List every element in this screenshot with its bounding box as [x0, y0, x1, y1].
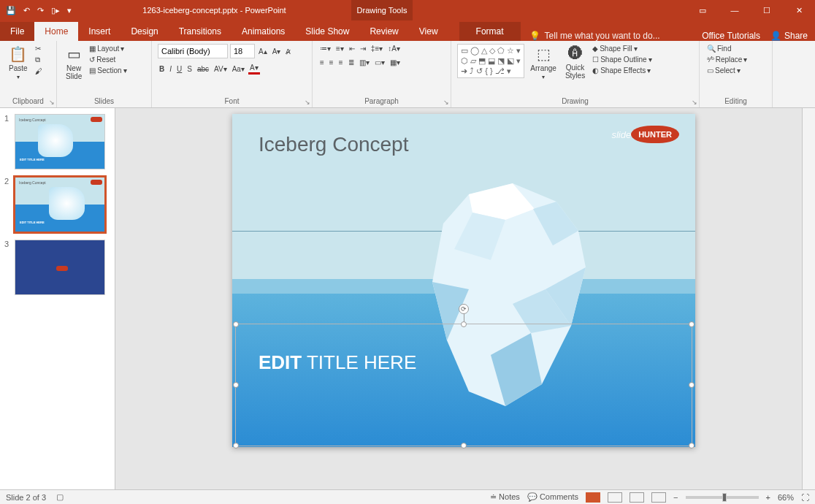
- tab-home[interactable]: Home: [34, 22, 78, 41]
- select-button[interactable]: ▭ Select ▾: [705, 66, 742, 75]
- minimize-icon[interactable]: —: [719, 0, 751, 20]
- qat-more-icon[interactable]: ▾: [67, 6, 72, 15]
- font-dialog-launcher[interactable]: ↘: [305, 99, 310, 106]
- quick-styles-button[interactable]: 🅐Quick Styles: [562, 44, 588, 81]
- numbering-button[interactable]: ≡▾: [334, 44, 345, 53]
- align-left-button[interactable]: ≡: [318, 58, 326, 67]
- reset-button[interactable]: ↺ Reset: [88, 55, 128, 64]
- drawing-dialog-launcher[interactable]: ↘: [692, 99, 697, 106]
- clipboard-dialog-launcher[interactable]: ↘: [49, 99, 55, 106]
- underline-button[interactable]: U: [175, 64, 183, 74]
- shape-outline-button[interactable]: ☐ Shape Outline ▾: [591, 55, 653, 64]
- resize-handle-se[interactable]: [689, 443, 695, 448]
- paste-button[interactable]: 📋 Paste ▾: [6, 44, 31, 82]
- shape-fill-button[interactable]: ◆ Shape Fill ▾: [591, 44, 653, 53]
- copy-button[interactable]: ⧉: [34, 55, 44, 65]
- resize-handle-n[interactable]: [461, 321, 467, 327]
- tab-animations[interactable]: Animations: [232, 22, 295, 41]
- resize-handle-ne[interactable]: [689, 321, 695, 327]
- resize-handle-e[interactable]: [689, 382, 695, 388]
- tab-file[interactable]: File: [0, 22, 34, 41]
- clear-format-button[interactable]: A̷: [284, 47, 292, 56]
- office-tutorials-link[interactable]: Office Tutorials: [702, 31, 760, 41]
- vertical-scrollbar[interactable]: [802, 108, 815, 489]
- tab-review[interactable]: Review: [359, 22, 408, 41]
- edit-title-placeholder[interactable]: EDIT TITLE HERE: [259, 351, 416, 374]
- align-center-button[interactable]: ≡: [328, 58, 335, 67]
- grow-font-button[interactable]: A▴: [257, 47, 269, 56]
- shadow-button[interactable]: S: [185, 64, 194, 74]
- new-slide-button[interactable]: ▭ New Slide: [63, 44, 85, 82]
- cut-button[interactable]: ✂: [34, 44, 44, 53]
- slide-thumbnails-panel[interactable]: 1 Iceberg Concept EDIT TITLE HERE 2 Iceb…: [0, 108, 115, 489]
- slide-thumbnail-1[interactable]: Iceberg Concept EDIT TITLE HERE: [15, 114, 105, 169]
- redo-icon[interactable]: ↷: [37, 6, 44, 15]
- format-painter-button[interactable]: 🖌: [34, 66, 44, 76]
- align-right-button[interactable]: ≡: [337, 58, 345, 67]
- tab-slideshow[interactable]: Slide Show: [295, 22, 359, 41]
- spell-check-icon[interactable]: ▢: [56, 492, 64, 502]
- slide-thumbnail-3[interactable]: [15, 240, 105, 295]
- tab-format[interactable]: Format: [459, 22, 521, 41]
- close-icon[interactable]: ✕: [783, 0, 815, 20]
- slideshow-icon[interactable]: ▯▸: [51, 6, 60, 15]
- case-button[interactable]: Aa▾: [231, 64, 246, 74]
- columns-button[interactable]: ▥▾: [358, 58, 371, 67]
- layout-button[interactable]: ▦ Layout ▾: [88, 44, 128, 53]
- font-size-select[interactable]: [230, 44, 255, 58]
- maximize-icon[interactable]: ☐: [751, 0, 783, 20]
- share-button[interactable]: 👤 Share: [770, 31, 808, 41]
- smartart-button[interactable]: ▦▾: [389, 58, 402, 67]
- arrange-button[interactable]: ⬚Arrange▾: [527, 44, 559, 82]
- shape-effects-button[interactable]: ◐ Shape Effects ▾: [591, 66, 653, 75]
- slide-canvas[interactable]: Iceberg Concept slide HUNTER ⟳: [115, 108, 802, 489]
- shape-gallery[interactable]: ▭ ◯ △ ◇ ⬠ ☆ ▾ ⬡ ▱ ⬒ ⬓ ⬔ ⬕ ▾ ➜ ⤴ ↺ { } ⎇ …: [457, 44, 524, 78]
- comments-button[interactable]: 💬 Comments: [527, 492, 578, 502]
- font-color-button[interactable]: A▾: [248, 63, 260, 75]
- bulb-icon: 💡: [529, 31, 540, 41]
- zoom-in-button[interactable]: +: [766, 493, 770, 502]
- find-button[interactable]: 🔍 Find: [705, 44, 732, 53]
- slideshow-view-button[interactable]: [651, 492, 666, 503]
- undo-icon[interactable]: ↶: [23, 6, 30, 15]
- tab-insert[interactable]: Insert: [78, 22, 120, 41]
- shrink-font-button[interactable]: A▾: [271, 47, 283, 56]
- indent-right-button[interactable]: ⇥: [359, 44, 367, 53]
- bold-button[interactable]: B: [158, 64, 166, 74]
- tab-design[interactable]: Design: [120, 22, 168, 41]
- fit-to-window-button[interactable]: ⛶: [801, 493, 809, 502]
- tab-transitions[interactable]: Transitions: [169, 22, 232, 41]
- resize-handle-w[interactable]: [233, 382, 239, 388]
- sorter-view-button[interactable]: [608, 492, 622, 503]
- tab-view[interactable]: View: [409, 22, 448, 41]
- italic-button[interactable]: I: [168, 64, 173, 74]
- bullets-button[interactable]: ≔▾: [318, 44, 332, 53]
- indent-left-button[interactable]: ⇤: [348, 44, 356, 53]
- strike-button[interactable]: abc: [196, 64, 210, 74]
- spacing-button[interactable]: AV▾: [213, 64, 229, 74]
- ribbon-options-icon[interactable]: ▭: [686, 0, 719, 20]
- resize-handle-s[interactable]: [461, 443, 467, 448]
- resize-handle-nw[interactable]: [233, 321, 239, 327]
- slide[interactable]: Iceberg Concept slide HUNTER ⟳: [232, 114, 695, 447]
- align-text-button[interactable]: ▭▾: [373, 58, 386, 67]
- selection-box[interactable]: ⟳: [235, 324, 692, 446]
- slide-indicator[interactable]: Slide 2 of 3: [6, 493, 46, 502]
- normal-view-button[interactable]: [586, 492, 600, 503]
- slide-thumbnail-2[interactable]: Iceberg Concept EDIT TITLE HERE: [15, 177, 105, 232]
- save-icon[interactable]: 💾: [6, 6, 16, 15]
- notes-button[interactable]: ≐ Notes: [490, 492, 520, 502]
- zoom-level[interactable]: 66%: [778, 493, 794, 502]
- line-spacing-button[interactable]: ‡≡▾: [370, 44, 384, 53]
- section-button[interactable]: ▤ Section ▾: [88, 66, 128, 75]
- tell-me-input[interactable]: 💡 Tell me what you want to do...: [521, 31, 703, 41]
- zoom-out-button[interactable]: −: [673, 493, 678, 502]
- justify-button[interactable]: ≣: [347, 58, 356, 67]
- font-family-select[interactable]: [158, 44, 228, 58]
- text-direction-button[interactable]: ↕A▾: [386, 44, 402, 53]
- resize-handle-sw[interactable]: [233, 443, 239, 448]
- reading-view-button[interactable]: [630, 492, 644, 503]
- replace-button[interactable]: ᵃ⁄ᵇ Replace ▾: [705, 55, 749, 64]
- paragraph-dialog-launcher[interactable]: ↘: [443, 99, 449, 106]
- zoom-slider[interactable]: [686, 496, 759, 499]
